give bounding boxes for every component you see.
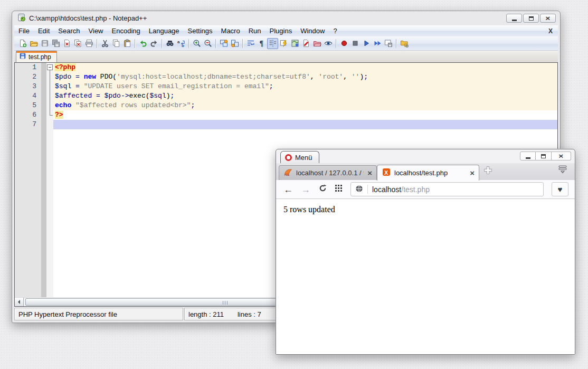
maximize-icon: [541, 154, 546, 158]
tab-localhost-test[interactable]: X localhost/test.php ×: [377, 165, 479, 181]
close-icon: ×: [545, 15, 550, 22]
forward-button[interactable]: →: [301, 185, 310, 194]
code-text[interactable]: $sql = "UPDATE users SET email_registrat…: [53, 82, 557, 91]
save-all-icon[interactable]: [50, 38, 61, 49]
close-document-x-button[interactable]: X: [543, 27, 558, 35]
tab-phpmyadmin[interactable]: PMA localhost / 127.0.0.1 / test ×: [279, 165, 377, 180]
bookmark-heart-button[interactable]: ♥: [552, 182, 568, 196]
line-number: 5: [15, 101, 41, 110]
tab-menu-icon[interactable]: [558, 165, 567, 176]
menu-item-run[interactable]: Run: [244, 25, 265, 36]
cut-icon[interactable]: [99, 38, 110, 49]
function-completion-icon[interactable]: [278, 38, 289, 49]
editor-line[interactable]: 6?>: [15, 110, 557, 120]
url-host: localhost: [372, 185, 401, 194]
close-button[interactable]: ×: [540, 14, 556, 23]
save-icon[interactable]: [39, 38, 50, 49]
zoom-out-icon[interactable]: [202, 38, 213, 49]
paste-icon[interactable]: [121, 38, 132, 49]
minimize-button[interactable]: [506, 14, 522, 23]
tab-label: localhost/test.php: [394, 169, 448, 177]
scroll-left-button[interactable]: [15, 298, 24, 306]
new-tab-button[interactable]: [483, 166, 492, 177]
opera-menu-button[interactable]: Menü: [280, 151, 319, 164]
fold-collapse-box[interactable]: [47, 64, 53, 70]
redo-icon[interactable]: [148, 38, 159, 49]
code-text[interactable]: echo "$affected rows updated<br>";: [53, 101, 557, 110]
site-globe-icon[interactable]: [355, 185, 363, 194]
close-all-icon[interactable]: [72, 38, 83, 49]
macro-save-icon[interactable]: [383, 38, 394, 49]
open-containing-folder-icon[interactable]: [399, 38, 410, 49]
new-file-icon[interactable]: [17, 38, 28, 49]
notepadpp-titlebar[interactable]: C:\xampp\htdocs\test.php - Notepad++ ×: [12, 11, 560, 25]
macro-play-icon[interactable]: [361, 38, 372, 49]
replace-icon[interactable]: ab: [175, 38, 186, 49]
line-number: 1: [15, 63, 41, 72]
undo-icon[interactable]: [137, 38, 148, 49]
maximize-button[interactable]: [523, 14, 539, 23]
url-text[interactable]: localhost/test.php: [372, 185, 430, 194]
editor-line[interactable]: 3$sql = "UPDATE users SET email_registra…: [15, 82, 557, 91]
macro-record-icon[interactable]: [338, 38, 349, 49]
menu-item-help[interactable]: ?: [329, 25, 341, 36]
macro-stop-icon[interactable]: [349, 38, 361, 49]
sync-vertical-icon[interactable]: [218, 38, 229, 49]
menu-item-edit[interactable]: Edit: [34, 25, 54, 36]
minimize-icon: [526, 157, 530, 159]
tab-close-icon[interactable]: ×: [470, 169, 475, 177]
editor-line[interactable]: 4$affected = $pdo->exec($sql);: [15, 91, 557, 101]
speed-dial-icon[interactable]: [335, 185, 343, 194]
editor-line[interactable]: 1<?php: [15, 63, 557, 72]
show-symbol-icon[interactable]: ¶: [256, 38, 267, 49]
menu-item-window[interactable]: Window: [296, 25, 329, 36]
statusbar-doctype: PHP Hypertext Preprocessor file: [14, 308, 183, 320]
menu-item-macro[interactable]: Macro: [217, 25, 244, 36]
reload-button[interactable]: [318, 184, 327, 195]
folder-workspace-icon[interactable]: [311, 38, 323, 49]
opera-titlebar[interactable]: Menü ×: [276, 149, 575, 163]
menu-item-encoding[interactable]: Encoding: [108, 25, 145, 36]
svg-text:a: a: [177, 40, 180, 44]
menu-item-file[interactable]: File: [14, 25, 34, 36]
open-file-icon[interactable]: [28, 38, 39, 49]
doc-switcher-icon[interactable]: [300, 38, 311, 49]
svg-text:X: X: [384, 169, 388, 176]
zoom-in-icon[interactable]: [191, 38, 202, 49]
find-icon[interactable]: [164, 38, 175, 49]
address-bar[interactable]: localhost/test.php: [350, 182, 544, 196]
fold-margin: [46, 63, 53, 72]
sync-horizontal-icon[interactable]: [229, 38, 240, 49]
code-text[interactable]: ?>: [53, 110, 557, 120]
bookmark-margin: [41, 82, 46, 91]
back-button[interactable]: ←: [283, 185, 293, 194]
code-text[interactable]: <?php: [53, 63, 557, 72]
monitoring-icon[interactable]: [323, 38, 334, 49]
fold-margin: [46, 72, 53, 82]
code-text[interactable]: [53, 120, 557, 129]
print-icon[interactable]: [83, 38, 94, 49]
code-text[interactable]: $affected = $pdo->exec($sql);: [53, 91, 557, 101]
menu-item-settings[interactable]: Settings: [184, 25, 217, 36]
editor-line[interactable]: 7: [15, 120, 557, 129]
menu-item-plugins[interactable]: Plugins: [265, 25, 297, 36]
maximize-button[interactable]: [536, 152, 552, 160]
indent-guide-icon[interactable]: [267, 38, 278, 49]
doc-map-icon[interactable]: [289, 38, 300, 49]
editor-line[interactable]: 2$pdo = new PDO('mysql:host=localhost;db…: [15, 72, 557, 82]
editor-line[interactable]: 5echo "$affected rows updated<br>";: [15, 101, 557, 110]
minimize-button[interactable]: [520, 152, 536, 160]
opera-menu-label: Menü: [295, 154, 312, 162]
menu-item-view[interactable]: View: [84, 25, 108, 36]
copy-icon[interactable]: [110, 38, 121, 49]
close-file-icon[interactable]: [61, 38, 72, 49]
tab-test-php[interactable]: test.php: [16, 51, 57, 62]
menu-item-search[interactable]: Search: [54, 25, 84, 36]
fold-margin: [46, 82, 53, 91]
macro-run-multi-icon[interactable]: [372, 38, 383, 49]
close-button[interactable]: ×: [552, 152, 571, 160]
word-wrap-icon[interactable]: [245, 38, 256, 49]
menu-item-language[interactable]: Language: [145, 25, 184, 36]
code-text[interactable]: $pdo = new PDO('mysql:host=localhost;dbn…: [53, 72, 557, 82]
tab-close-icon[interactable]: ×: [367, 169, 372, 177]
